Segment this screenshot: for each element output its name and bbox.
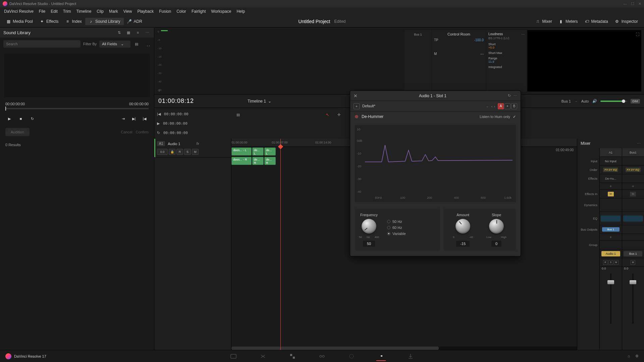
- menu-item[interactable]: Fairlight: [189, 9, 209, 14]
- automation-mode[interactable]: Auto: [581, 99, 589, 103]
- compare-a-button[interactable]: A: [498, 103, 504, 109]
- media-pool-button[interactable]: ▦Media Pool: [3, 18, 36, 25]
- freq-60hz-radio[interactable]: 60 Hz: [387, 226, 406, 230]
- menu-item[interactable]: Mark: [106, 9, 121, 14]
- out-timecode[interactable]: 00:00:00:00: [163, 121, 187, 126]
- strip-add-effect[interactable]: +: [600, 183, 622, 190]
- strip-bus-out[interactable]: Bus 1: [600, 225, 622, 234]
- strip-group[interactable]: [622, 241, 644, 249]
- loop-button[interactable]: ↻: [28, 115, 36, 123]
- metadata-button[interactable]: 🏷Metadata: [581, 18, 611, 25]
- skip-back-icon[interactable]: |◀: [141, 115, 149, 123]
- strip-order[interactable]: FX DY EQ: [622, 166, 644, 174]
- index-button[interactable]: ≡Index: [62, 18, 85, 25]
- strip-bus-out[interactable]: [622, 225, 644, 234]
- track-mute-button[interactable]: M: [192, 149, 199, 155]
- loop-button[interactable]: ↻: [157, 131, 160, 135]
- skip-fwd-icon[interactable]: ▶|: [130, 115, 138, 123]
- dim-button[interactable]: DIM: [631, 99, 640, 104]
- slope-knob[interactable]: [489, 219, 504, 234]
- audio-clip[interactable]: de... R: [264, 157, 276, 165]
- audio-clip[interactable]: de... L: [264, 147, 276, 156]
- audition-button[interactable]: Audition: [5, 128, 30, 136]
- more-icon[interactable]: ⋯: [521, 33, 525, 36]
- prev-icon[interactable]: ‹: [147, 44, 148, 48]
- dur-timecode[interactable]: 00:00:00:00: [163, 131, 188, 135]
- minimize-icon[interactable]: —: [623, 2, 627, 6]
- strip-order[interactable]: FX DY EQ: [600, 166, 622, 174]
- pointer-tool-icon[interactable]: ↖: [323, 111, 331, 119]
- menu-item[interactable]: Timeline: [73, 9, 94, 14]
- strip-eq[interactable]: [622, 212, 644, 225]
- prev-preset-button[interactable]: ‹: [491, 104, 493, 108]
- effects-button[interactable]: ✦Effects: [36, 18, 62, 25]
- compare-copy-button[interactable]: +: [504, 103, 511, 109]
- strip-input[interactable]: No Input: [600, 157, 622, 166]
- confirm-button[interactable]: Confirm: [136, 130, 149, 134]
- amount-value[interactable]: -15: [456, 241, 470, 247]
- inspector-button[interactable]: ⚙Inspector: [611, 18, 641, 25]
- timecode-display[interactable]: 01:00:08:12: [158, 98, 194, 105]
- insert-icon[interactable]: ⇥: [119, 115, 127, 123]
- more-icon[interactable]: ⋯: [514, 94, 517, 98]
- preview-scrubber[interactable]: [5, 108, 149, 109]
- strip-effects-in[interactable]: In: [622, 190, 644, 198]
- plugin-enable-toggle[interactable]: [355, 115, 358, 118]
- solo-button[interactable]: S: [608, 260, 613, 265]
- settings-icon[interactable]: ⚙: [635, 354, 639, 358]
- filter-options-icon[interactable]: ▤: [133, 41, 140, 47]
- next-preset-button[interactable]: ›: [494, 104, 495, 108]
- menu-item[interactable]: Playback: [135, 9, 156, 14]
- filter-select[interactable]: All Fields ⌄: [99, 41, 130, 48]
- strip-eq[interactable]: [600, 212, 622, 225]
- audio-clip[interactable]: dees... - R: [231, 157, 252, 165]
- track-level[interactable]: 0.0: [157, 149, 168, 155]
- prev-button[interactable]: |◀: [157, 112, 161, 116]
- fusion-page-tab[interactable]: [317, 352, 327, 361]
- speaker-icon[interactable]: 🔊: [592, 99, 597, 103]
- track-solo-button[interactable]: S: [184, 149, 191, 155]
- timeline-scrollbar[interactable]: [231, 347, 577, 350]
- edit-page-tab[interactable]: [288, 352, 297, 361]
- strip-effect[interactable]: De-Hu...: [600, 174, 622, 183]
- list-view-icon[interactable]: ≡: [135, 29, 141, 36]
- track-header[interactable]: A1 Audio 1 fx 0.0 🔒 R S M: [154, 139, 231, 158]
- more-icon[interactable]: ⋯: [637, 141, 641, 146]
- popout-icon[interactable]: ⛶: [636, 32, 639, 36]
- reset-icon[interactable]: ↻: [508, 94, 511, 98]
- menu-item[interactable]: Clip: [94, 9, 106, 14]
- slope-value[interactable]: 0: [491, 241, 501, 247]
- adr-button[interactable]: 🎤ADR: [124, 18, 146, 25]
- play-button[interactable]: ▶: [157, 121, 160, 126]
- frequency-knob[interactable]: [362, 219, 376, 234]
- menu-item[interactable]: Color: [174, 9, 189, 14]
- strip-group[interactable]: [600, 241, 622, 249]
- strip-effect[interactable]: [622, 174, 644, 183]
- amount-knob[interactable]: [455, 219, 470, 234]
- close-icon[interactable]: ✕: [638, 2, 641, 6]
- menu-item[interactable]: Help: [234, 9, 248, 14]
- cut-page-tab[interactable]: [258, 352, 268, 361]
- home-icon[interactable]: ⌂: [628, 354, 630, 358]
- search-input[interactable]: [3, 40, 80, 48]
- fairlight-page-tab[interactable]: [376, 352, 386, 361]
- mixer-button[interactable]: ⎍Mixer: [532, 18, 555, 25]
- compare-b-button[interactable]: B: [511, 103, 517, 109]
- menu-item[interactable]: Trim: [60, 9, 74, 14]
- sort-icon[interactable]: ⇅: [116, 29, 122, 36]
- audio-clip[interactable]: de... R: [252, 157, 264, 165]
- media-page-tab[interactable]: [229, 352, 238, 361]
- add-preset-button[interactable]: +: [354, 103, 360, 109]
- listen-checkbox[interactable]: ✓: [513, 115, 516, 119]
- audio-clip[interactable]: de... L: [252, 147, 264, 156]
- freq-variable-radio[interactable]: Variable: [387, 232, 406, 236]
- frequency-value[interactable]: 50: [363, 241, 375, 247]
- strip-fader[interactable]: [600, 270, 622, 350]
- playhead[interactable]: [280, 139, 281, 350]
- marker-tool-icon[interactable]: ✢: [335, 111, 343, 119]
- meters-button[interactable]: ▮Meters: [555, 18, 581, 25]
- more-icon[interactable]: ⋯: [144, 29, 151, 36]
- strip-add-bus[interactable]: +: [600, 234, 622, 241]
- menu-item[interactable]: Workspace: [209, 9, 234, 14]
- timeline-selector[interactable]: Timeline 1 ⌄: [248, 99, 271, 104]
